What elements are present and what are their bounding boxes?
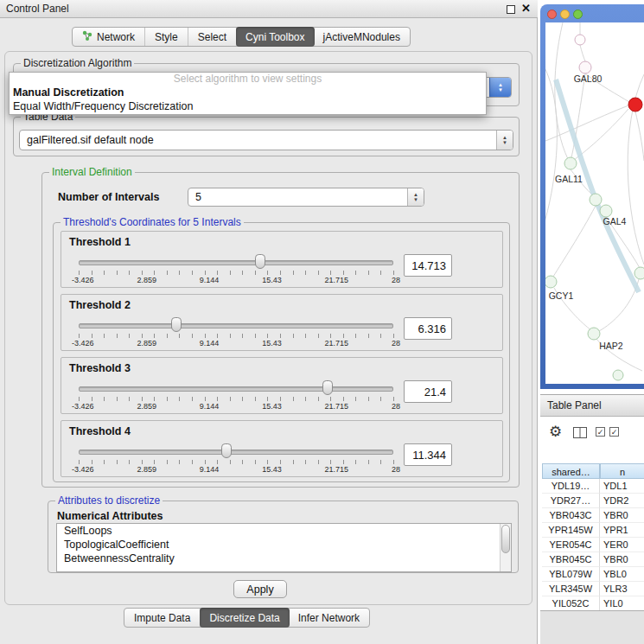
threshold-4-value-input[interactable] — [404, 443, 452, 466]
down-arrow-icon: ▼ — [502, 140, 507, 145]
tick-label: 28 — [392, 339, 400, 348]
network-node[interactable] — [613, 370, 623, 380]
threshold-3-slider[interactable]: -3.426 2.859 9.144 15.43 21.715 28 — [79, 379, 393, 413]
table-data-select[interactable]: galFiltered.sif default node ▲ ▼ — [19, 130, 513, 150]
threshold-3-value-input[interactable] — [404, 380, 452, 403]
close-icon[interactable]: ✕ — [521, 2, 531, 15]
table-row[interactable]: YDR27…YDR2 — [542, 494, 644, 508]
list-scrollbar[interactable] — [500, 524, 511, 571]
tab-impute-data[interactable]: Impute Data — [124, 609, 201, 627]
threshold-3-panel: Threshold 3 -3.426 2.859 9.144 15.43 21.… — [61, 357, 503, 414]
list-item[interactable]: SelfLoops — [57, 524, 511, 538]
table-row[interactable]: YLR345WYLR3 — [542, 582, 644, 596]
tab-label: Network — [97, 31, 135, 43]
select-all-checkbox-icon[interactable]: ✓ — [609, 427, 619, 437]
tick-label: -3.426 — [72, 402, 94, 411]
cell[interactable]: YIL052C — [542, 596, 600, 611]
zoom-traffic-light[interactable] — [573, 10, 583, 19]
cell[interactable]: YBR045C — [542, 552, 600, 567]
down-arrow-icon: ▼ — [498, 87, 503, 92]
tick-label: 15.43 — [262, 276, 282, 284]
cell[interactable]: YLR3 — [600, 582, 644, 596]
network-node[interactable] — [590, 194, 602, 206]
apply-button[interactable]: Apply — [233, 580, 287, 598]
cell[interactable]: YBL0 — [600, 567, 644, 582]
cell[interactable]: YDL19… — [542, 479, 600, 494]
cell[interactable]: YBL079W — [542, 567, 600, 582]
table-header-row: shared… n — [542, 463, 644, 479]
table-row[interactable]: YDL19…YDL1 — [542, 479, 644, 494]
network-canvas[interactable]: GAL80 GAL11 GAL4 GCY1 HAP2 — [545, 22, 644, 384]
cell[interactable]: YDR27… — [542, 494, 600, 508]
number-of-intervals-select[interactable]: 5 ▲ ▼ — [188, 188, 424, 207]
column-header-shared-name[interactable]: shared… — [542, 463, 600, 479]
network-node-gcy1[interactable] — [545, 276, 557, 288]
tab-infer-network[interactable]: Infer Network — [289, 609, 369, 627]
slider-thumb[interactable] — [322, 380, 333, 395]
tab-network[interactable]: Network — [73, 28, 145, 46]
slider-thumb[interactable] — [221, 443, 232, 458]
cell[interactable]: YBR043C — [542, 508, 600, 523]
float-window-icon[interactable] — [507, 5, 515, 14]
cell[interactable]: YBR0 — [600, 508, 644, 523]
network-node[interactable] — [634, 267, 644, 279]
threshold-1-slider[interactable]: -3.426 2.859 9.144 15.43 21.715 28 — [79, 252, 393, 287]
table-row[interactable]: YER054CYER0 — [542, 538, 644, 552]
gear-icon[interactable]: ⚙ — [549, 423, 562, 441]
threshold-label: Threshold 4 — [69, 425, 131, 437]
cell[interactable]: YDL1 — [600, 479, 644, 494]
threshold-4-slider[interactable]: -3.426 2.859 9.144 15.43 21.715 28 — [79, 442, 393, 476]
network-node-gal80[interactable] — [579, 61, 591, 73]
threshold-1-panel: Threshold 1 -3.426 2.859 9.144 15.43 21.… — [61, 231, 503, 288]
threshold-label: Threshold 3 — [69, 362, 131, 374]
cell[interactable]: YLR345W — [542, 582, 600, 596]
cell[interactable]: YDR2 — [600, 494, 644, 508]
group-title: Threshold's Coordinates for 5 Intervals — [61, 216, 244, 228]
threshold-2-value-input[interactable] — [404, 317, 452, 340]
slider-tick-labels: -3.426 2.859 9.144 15.43 21.715 28 — [72, 402, 400, 411]
table-row[interactable]: YBR045CYBR0 — [542, 552, 644, 567]
network-node-gal11[interactable] — [564, 157, 577, 169]
tab-cyni-toolbox[interactable]: Cyni Toolbox — [236, 27, 314, 47]
tab-discretize-data[interactable]: Discretize Data — [200, 608, 289, 628]
slider-tick-labels: -3.426 2.859 9.144 15.43 21.715 28 — [72, 339, 400, 348]
table-row[interactable]: YPR145WYPR1 — [542, 523, 644, 538]
network-node[interactable] — [575, 35, 585, 45]
column-header-name[interactable]: n — [600, 463, 644, 479]
dropdown-item-equal-width-frequency[interactable]: Equal Width/Frequency Discretization — [10, 99, 486, 113]
tab-label: Cyni Toolbox — [245, 31, 304, 43]
dropdown-item-manual-discretization[interactable]: Manual Discretization — [10, 86, 486, 99]
tick-label: -3.426 — [72, 465, 94, 474]
slider-thumb[interactable] — [171, 317, 182, 332]
scrollbar-thumb[interactable] — [501, 525, 510, 553]
columns-icon[interactable] — [573, 426, 587, 442]
control-panel-window: Control Panel ✕ Network Style Select Cyn… — [0, 0, 538, 644]
threshold-1-value-input[interactable] — [404, 254, 452, 277]
tab-label: Discretize Data — [209, 612, 279, 624]
tab-jactivemnodules[interactable]: jActiveMNodules — [314, 28, 410, 46]
list-item[interactable]: BetweennessCentrality — [57, 552, 511, 565]
cell[interactable]: YPR145W — [542, 523, 600, 538]
node-label: GAL4 — [603, 216, 627, 226]
interval-definition-group: Interval Definition Number of Intervals … — [41, 172, 520, 488]
close-traffic-light[interactable] — [547, 10, 557, 19]
minimize-traffic-light[interactable] — [560, 10, 570, 19]
cell[interactable]: YER0 — [600, 538, 644, 552]
table-row[interactable]: YBL079WYBL0 — [542, 567, 644, 582]
table-row[interactable]: YIL052CYIL0 — [542, 596, 644, 611]
slider-thumb[interactable] — [255, 254, 265, 269]
cell[interactable]: YPR1 — [600, 523, 644, 538]
threshold-2-slider[interactable]: -3.426 2.859 9.144 15.43 21.715 28 — [79, 316, 393, 350]
tab-style[interactable]: Style — [145, 28, 188, 46]
select-rows-checkbox-icon[interactable]: ✓ — [596, 427, 605, 437]
table-row[interactable]: YBR043CYBR0 — [542, 508, 644, 523]
cell[interactable]: YER054C — [542, 538, 600, 552]
cell[interactable]: YBR0 — [600, 552, 644, 567]
tab-select[interactable]: Select — [188, 28, 237, 46]
cell[interactable]: YIL0 — [600, 596, 644, 611]
network-node-selected-red[interactable] — [628, 98, 642, 112]
network-node-gal4[interactable] — [600, 205, 612, 217]
combo-stepper-icon: ▲ ▼ — [489, 78, 511, 97]
list-item[interactable]: TopologicalCoefficient — [57, 538, 511, 552]
network-node-hap2[interactable] — [588, 328, 600, 340]
